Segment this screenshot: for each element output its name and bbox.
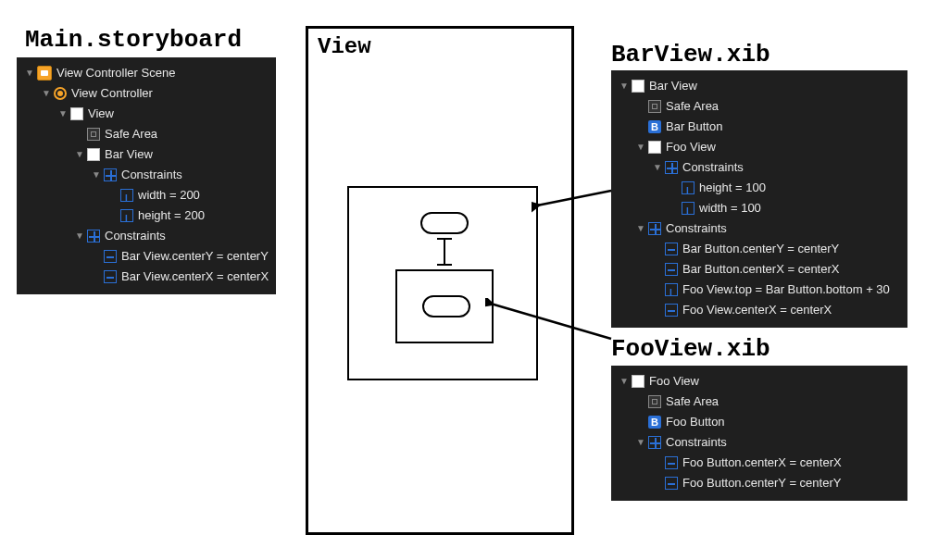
outline-row-label: View Controller bbox=[71, 83, 153, 104]
outline-row-label: Bar View bbox=[649, 76, 697, 96]
outline-row[interactable]: BBar Button bbox=[615, 117, 904, 137]
outline-row[interactable]: Constraints bbox=[615, 157, 904, 178]
outline-row-label: View Controller Scene bbox=[56, 63, 175, 83]
outline-row-label: View bbox=[88, 104, 114, 124]
outline-row[interactable]: Constraints bbox=[615, 218, 904, 239]
disclosure-triangle-icon[interactable] bbox=[619, 76, 630, 96]
outline-row-label: Foo Button.centerY = centerY bbox=[682, 473, 841, 493]
outline-row-label: Constraints bbox=[666, 218, 727, 239]
device-view: View bbox=[306, 26, 574, 535]
outline-row[interactable]: Safe Area bbox=[20, 124, 272, 144]
outline-row[interactable]: Safe Area bbox=[615, 392, 904, 412]
constraint-icon bbox=[682, 202, 694, 215]
disclosure-triangle-icon[interactable] bbox=[41, 83, 52, 104]
outline-row[interactable]: Constraints bbox=[20, 226, 272, 246]
outline-row[interactable]: Foo View bbox=[615, 371, 904, 392]
constraint-alt-icon bbox=[665, 456, 678, 469]
outline-row[interactable]: Bar View.centerX = centerX bbox=[20, 267, 272, 287]
outline-row-label: Foo Button bbox=[666, 412, 725, 432]
main-storyboard-label: Main.storyboard bbox=[25, 26, 242, 54]
outline-row-label: Bar Button.centerX = centerX bbox=[682, 259, 839, 280]
outline-row[interactable]: Bar Button.centerY = centerY bbox=[615, 239, 904, 259]
outline-row-label: Bar View.centerX = centerX bbox=[121, 267, 269, 287]
outline-row-label: height = 200 bbox=[138, 205, 205, 226]
outline-row[interactable]: BFoo Button bbox=[615, 412, 904, 432]
disclosure-triangle-icon[interactable] bbox=[635, 432, 646, 453]
constraints-group-icon bbox=[87, 230, 100, 243]
button-icon: B bbox=[648, 416, 661, 429]
outline-row-label: Foo View.centerX = centerX bbox=[682, 300, 832, 320]
scene-icon bbox=[37, 66, 52, 81]
outline-row-label: Bar Button.centerY = centerY bbox=[682, 239, 839, 259]
outline-row[interactable]: Bar View bbox=[20, 144, 272, 165]
view-icon bbox=[70, 107, 83, 120]
circle-icon bbox=[54, 87, 67, 100]
constraint-alt-icon bbox=[104, 270, 117, 283]
disclosure-triangle-icon[interactable] bbox=[74, 144, 85, 165]
outline-row[interactable]: Bar View.centerY = centerY bbox=[20, 246, 272, 267]
constraint-alt-icon bbox=[104, 250, 117, 263]
outline-row[interactable]: Foo View.centerX = centerX bbox=[615, 300, 904, 320]
constraint-alt-icon bbox=[665, 477, 678, 490]
outline-row[interactable]: Foo View bbox=[615, 137, 904, 157]
outline-row-label: Constraints bbox=[666, 432, 727, 453]
outline-row[interactable]: View Controller bbox=[20, 83, 272, 104]
outline-row-label: width = 100 bbox=[699, 198, 761, 218]
disclosure-triangle-icon[interactable] bbox=[74, 226, 85, 246]
main-outline-panel: View Controller SceneView ControllerView… bbox=[17, 57, 276, 294]
outline-row-label: Foo View.top = Bar Button.bottom + 30 bbox=[682, 280, 890, 300]
disclosure-triangle-icon[interactable] bbox=[635, 218, 646, 239]
outline-row[interactable]: Bar View bbox=[615, 76, 904, 96]
fooview-box bbox=[395, 269, 494, 343]
disclosure-triangle-icon[interactable] bbox=[635, 137, 646, 157]
outline-row-label: Bar Button bbox=[666, 117, 722, 137]
view-icon bbox=[632, 80, 644, 93]
disclosure-triangle-icon[interactable] bbox=[24, 63, 35, 83]
disclosure-triangle-icon[interactable] bbox=[652, 157, 663, 178]
barview-box bbox=[347, 186, 538, 380]
outline-row-label: width = 200 bbox=[138, 185, 200, 205]
outline-row-label: Bar View.centerY = centerY bbox=[121, 246, 269, 267]
disclosure-triangle-icon[interactable] bbox=[91, 165, 102, 185]
outline-row-label: Safe Area bbox=[105, 124, 157, 144]
constraint-alt-icon bbox=[665, 304, 678, 317]
outline-row[interactable]: width = 100 bbox=[615, 198, 904, 218]
outline-row[interactable]: Safe Area bbox=[615, 96, 904, 117]
constraint-icon bbox=[665, 283, 678, 296]
outline-row[interactable]: Bar Button.centerX = centerX bbox=[615, 259, 904, 280]
view-icon bbox=[648, 141, 661, 154]
bar-outline-panel: Bar ViewSafe AreaBBar ButtonFoo ViewCons… bbox=[611, 70, 907, 328]
view-icon bbox=[632, 375, 644, 388]
outline-row[interactable]: Foo Button.centerX = centerX bbox=[615, 453, 904, 473]
constraint-alt-icon bbox=[665, 243, 678, 255]
diagram-canvas: Main.storyboard BarView.xib FooView.xib … bbox=[0, 0, 926, 560]
outline-row[interactable]: Foo View.top = Bar Button.bottom + 30 bbox=[615, 280, 904, 300]
foo-button-icon bbox=[422, 295, 470, 317]
outline-row[interactable]: View Controller Scene bbox=[20, 63, 272, 83]
constraint-icon bbox=[682, 181, 694, 194]
outline-row-label: Bar View bbox=[105, 144, 153, 165]
outline-row[interactable]: height = 200 bbox=[20, 205, 272, 226]
constraints-group-icon bbox=[648, 222, 661, 235]
outline-row-label: Safe Area bbox=[666, 392, 719, 412]
outline-row[interactable]: width = 200 bbox=[20, 185, 272, 205]
safearea-icon bbox=[648, 100, 661, 113]
outline-row[interactable]: View bbox=[20, 104, 272, 124]
outline-row-label: Foo View bbox=[666, 137, 716, 157]
disclosure-triangle-icon[interactable] bbox=[57, 104, 69, 124]
constraint-icon bbox=[120, 189, 133, 202]
spacing-indicator-icon bbox=[441, 238, 448, 266]
constraint-icon bbox=[120, 209, 133, 222]
outline-row-label: Foo Button.centerX = centerX bbox=[682, 453, 842, 473]
constraints-group-icon bbox=[104, 168, 117, 181]
view-icon bbox=[87, 148, 100, 161]
safearea-icon bbox=[648, 395, 661, 408]
disclosure-triangle-icon[interactable] bbox=[619, 371, 630, 392]
safearea-icon bbox=[87, 128, 100, 141]
outline-row-label: Constraints bbox=[105, 226, 166, 246]
outline-row[interactable]: Foo Button.centerY = centerY bbox=[615, 473, 904, 493]
outline-row[interactable]: Constraints bbox=[615, 432, 904, 453]
outline-row-label: Safe Area bbox=[666, 96, 719, 117]
outline-row[interactable]: height = 100 bbox=[615, 178, 904, 198]
outline-row[interactable]: Constraints bbox=[20, 165, 272, 185]
